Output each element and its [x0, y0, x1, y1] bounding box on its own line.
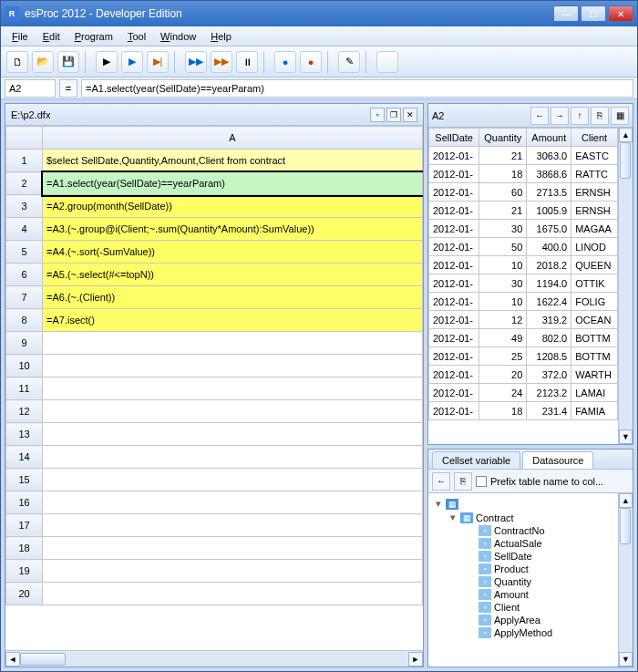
close-button[interactable]: ✕	[608, 5, 633, 22]
result-cell[interactable]: RATTC	[571, 165, 618, 183]
min-doc-icon[interactable]: ▫	[370, 108, 385, 122]
grid-cell[interactable]	[43, 469, 423, 491]
tree-column[interactable]: ▫Client	[434, 601, 612, 614]
result-cell[interactable]: 1675.0	[527, 220, 571, 238]
close-doc-icon[interactable]: ✕	[403, 108, 417, 122]
result-col-header[interactable]: Quantity	[479, 129, 527, 147]
result-cell[interactable]: 49	[479, 329, 527, 347]
result-cell[interactable]: 2018.2	[527, 256, 571, 274]
row-header[interactable]: 3	[6, 195, 43, 218]
row-header[interactable]: 15	[6, 469, 43, 491]
result-table[interactable]: SellDateQuantityAmountClient 2012-01-213…	[428, 128, 618, 444]
result-cell[interactable]: 2012-01-	[429, 165, 479, 183]
grid-cell[interactable]	[43, 423, 423, 446]
row-header[interactable]: 7	[6, 286, 43, 309]
result-cell[interactable]: ERNSH	[571, 183, 618, 202]
result-cell[interactable]: OTTIK	[571, 274, 618, 293]
grid-cell[interactable]	[43, 537, 423, 560]
maximize-button[interactable]: ☐	[581, 5, 606, 22]
result-col-header[interactable]: Client	[571, 129, 618, 147]
ds-copy-icon[interactable]: ⎘	[454, 472, 472, 491]
skip-button[interactable]: ▶▶	[185, 51, 207, 73]
restore-doc-icon[interactable]: ❐	[386, 108, 401, 122]
grid-cell[interactable]	[43, 332, 423, 355]
scroll-left-icon[interactable]: ◄	[5, 652, 20, 667]
grid-cell[interactable]	[43, 560, 423, 583]
result-cell[interactable]: 12	[479, 311, 527, 329]
clear-button[interactable]: ✎	[338, 51, 360, 73]
result-cell[interactable]: ERNSH	[571, 202, 618, 220]
result-cell[interactable]: BOTTM	[571, 329, 618, 347]
row-header[interactable]: 8	[6, 309, 43, 332]
horizontal-scrollbar[interactable]: ◄ ►	[5, 650, 423, 667]
datasource-tree[interactable]: ▾▦ ▾▦Contract ▫ContractNo▫ActualSale▫Sel…	[428, 493, 618, 667]
result-cell[interactable]: 24	[479, 384, 527, 402]
row-header[interactable]: 6	[6, 264, 43, 286]
tree-column[interactable]: ▫ActualSale	[434, 537, 612, 550]
result-cell[interactable]: 1005.9	[527, 202, 571, 220]
run-cell-button[interactable]: ▶	[96, 51, 118, 73]
scroll-up-icon[interactable]: ▲	[619, 128, 633, 142]
result-cell[interactable]: 2012-01-	[429, 293, 479, 311]
grid-cell[interactable]	[43, 355, 423, 377]
result-cell[interactable]: MAGAA	[571, 220, 618, 238]
grid-cell[interactable]: =A2.group(month(SellDate))	[43, 195, 423, 218]
result-cell[interactable]: 2012-01-	[429, 147, 479, 165]
result-cell[interactable]: 2123.2	[527, 384, 571, 402]
result-cell[interactable]: 802.0	[527, 329, 571, 347]
result-cell[interactable]: 2012-01-	[429, 256, 479, 274]
row-header[interactable]: 5	[6, 241, 43, 264]
row-header[interactable]: 11	[6, 377, 43, 400]
result-cell[interactable]: 2012-01-	[429, 202, 479, 220]
menu-tool[interactable]: Tool	[122, 29, 151, 44]
tree-vscroll[interactable]: ▲ ▼	[618, 493, 633, 667]
result-vscroll[interactable]: ▲ ▼	[618, 128, 633, 444]
tree-column[interactable]: ▫ApplyMethod	[434, 626, 612, 639]
grid-cell[interactable]	[43, 377, 423, 400]
result-cell[interactable]: 18	[479, 402, 527, 420]
result-cell[interactable]: 3868.6	[527, 165, 571, 183]
grid-cell[interactable]: =A5.(~.select(#<=topN))	[43, 264, 423, 286]
equals-button[interactable]: =	[59, 79, 77, 98]
nav-up-icon[interactable]: ↑	[571, 107, 589, 125]
result-cell[interactable]: WARTH	[571, 366, 618, 384]
grid-cell[interactable]	[43, 400, 423, 423]
row-header[interactable]: 16	[6, 491, 43, 514]
result-cell[interactable]: 10	[479, 293, 527, 311]
result-cell[interactable]: 20	[479, 366, 527, 384]
pause-button[interactable]: ⏸	[236, 51, 258, 73]
result-cell[interactable]: 2713.5	[527, 183, 571, 202]
result-cell[interactable]: EASTC	[571, 147, 618, 165]
menu-program[interactable]: Program	[69, 29, 118, 44]
menu-file[interactable]: File	[6, 29, 34, 44]
row-header[interactable]: 1	[6, 150, 43, 172]
grid-cell[interactable]: =A4.(~.sort(-SumValue))	[43, 241, 423, 264]
scroll-down-icon[interactable]: ▼	[619, 429, 633, 444]
result-cell[interactable]: 2012-01-	[429, 220, 479, 238]
tab-datasource[interactable]: Datasource	[522, 451, 593, 469]
result-cell[interactable]: 400.0	[527, 238, 571, 256]
result-cell[interactable]: 21	[479, 147, 527, 165]
result-cell[interactable]: 25	[479, 347, 527, 366]
grid-cell[interactable]	[43, 491, 423, 514]
result-cell[interactable]: OCEAN	[571, 311, 618, 329]
result-cell[interactable]: 50	[479, 238, 527, 256]
row-header[interactable]: 20	[6, 583, 43, 605]
ds-back-icon[interactable]: ←	[432, 472, 450, 491]
tree-table-contract[interactable]: ▾▦Contract	[434, 511, 612, 524]
column-header-a[interactable]: A	[43, 127, 423, 150]
result-cell[interactable]: 2012-01-	[429, 329, 479, 347]
open-button[interactable]: 📂	[32, 51, 54, 73]
tree-column[interactable]: ▫Product	[434, 563, 612, 575]
result-cell[interactable]: 3063.0	[527, 147, 571, 165]
tree-root[interactable]: ▾▦	[434, 497, 612, 511]
result-col-header[interactable]: SellDate	[429, 129, 479, 147]
tree-column[interactable]: ▫SellDate	[434, 550, 612, 563]
breakpoint-button[interactable]: ●	[274, 51, 296, 73]
result-cell[interactable]: 18	[479, 165, 527, 183]
code-grid[interactable]: A 1$select SellDate,Quantity,Amount,Clie…	[5, 126, 423, 650]
grid-icon[interactable]: ▦	[611, 107, 629, 125]
result-cell[interactable]: 2012-01-	[429, 402, 479, 420]
run-button[interactable]: ▶	[121, 51, 143, 73]
tree-column[interactable]: ▫Amount	[434, 588, 612, 601]
